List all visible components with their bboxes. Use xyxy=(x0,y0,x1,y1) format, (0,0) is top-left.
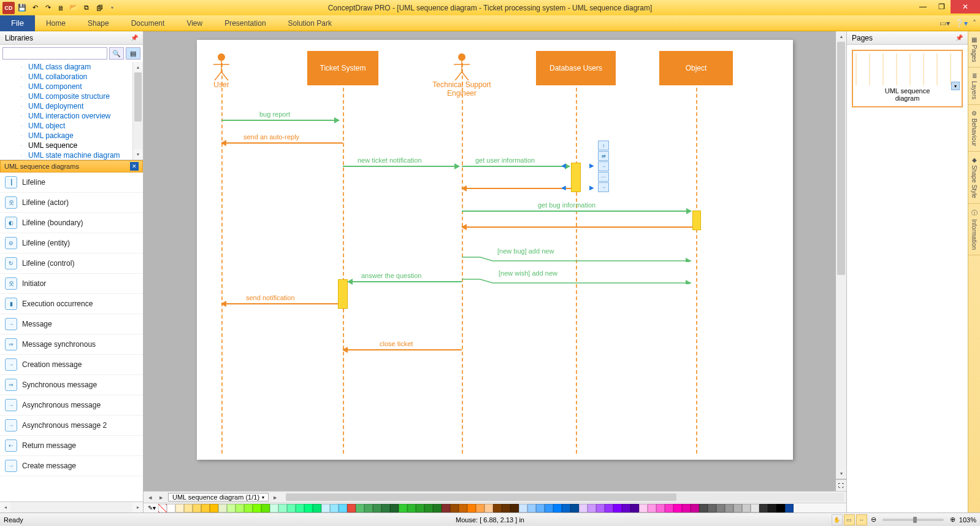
color-swatch[interactable] xyxy=(519,504,527,512)
color-swatch[interactable] xyxy=(751,504,759,512)
color-swatch[interactable] xyxy=(407,504,416,512)
color-swatch[interactable] xyxy=(390,504,399,512)
color-swatch[interactable] xyxy=(553,504,562,512)
sb-tool-2[interactable]: ▭ xyxy=(844,514,855,525)
pages-pin-icon[interactable]: 📌 xyxy=(955,34,963,41)
qat-undo-icon[interactable]: ↶ xyxy=(29,2,40,14)
arrow-close[interactable] xyxy=(343,349,462,350)
sb-tool-1[interactable]: ✋ xyxy=(832,514,843,525)
arrow-send-notif[interactable] xyxy=(221,303,338,304)
ribbon-help-icon[interactable]: ❔▾ xyxy=(955,19,968,28)
color-swatch[interactable] xyxy=(433,504,442,512)
color-swatch[interactable] xyxy=(493,504,502,512)
arrow-auto-reply[interactable] xyxy=(221,142,343,144)
smart-btn-2[interactable]: ⇄ xyxy=(598,151,609,161)
color-swatch[interactable] xyxy=(356,504,364,512)
color-swatch[interactable] xyxy=(742,504,751,512)
color-swatch[interactable] xyxy=(716,504,725,512)
color-swatch[interactable] xyxy=(699,504,708,512)
zoom-slider[interactable] xyxy=(882,519,944,521)
lib-tree-item[interactable]: UML object xyxy=(0,121,143,131)
color-swatch[interactable] xyxy=(545,504,553,512)
ribbon-tab-view[interactable]: View xyxy=(175,17,213,30)
canvas-viewport[interactable]: User Technical Support Engineer Ticket S… xyxy=(144,31,846,491)
color-swatch[interactable] xyxy=(510,504,519,512)
swatch-nofill[interactable] xyxy=(158,504,167,512)
side-tab-information[interactable]: ⓘInformation xyxy=(968,204,980,255)
color-swatch[interactable] xyxy=(725,504,733,512)
color-swatch[interactable] xyxy=(218,504,227,512)
qat-open-icon[interactable]: 📂 xyxy=(68,2,79,14)
color-swatch[interactable] xyxy=(373,504,381,512)
shape-item[interactable]: →Message xyxy=(0,314,143,335)
qat-redo-icon[interactable]: ↷ xyxy=(42,2,53,14)
arrow-get-bug[interactable] xyxy=(462,211,691,212)
color-swatch[interactable] xyxy=(613,504,622,512)
color-swatch[interactable] xyxy=(691,504,699,512)
shape-item[interactable]: →Asynchronous message xyxy=(0,395,143,416)
color-swatch[interactable] xyxy=(733,504,742,512)
color-swatch[interactable] xyxy=(296,504,304,512)
side-tab-layers[interactable]: ≣Layers xyxy=(968,68,980,105)
color-swatch[interactable] xyxy=(227,504,235,512)
color-swatch[interactable] xyxy=(235,504,244,512)
canvas-vscroll[interactable]: ▴▾ xyxy=(836,31,846,479)
selection-smart-buttons[interactable]: ↕ ⇄ → ⋯ → xyxy=(598,141,610,192)
color-swatch[interactable] xyxy=(768,504,776,512)
participant-ticket[interactable]: Ticket System xyxy=(307,51,378,85)
shape-item[interactable]: →Creation message xyxy=(0,355,143,375)
smart-btn-4[interactable]: ⋯ xyxy=(598,172,609,182)
ribbon-tab-solutionpark[interactable]: Solution Park xyxy=(277,17,343,30)
color-swatch[interactable] xyxy=(673,504,682,512)
color-swatch[interactable] xyxy=(175,504,184,512)
lib-tree-item[interactable]: UML interaction overview xyxy=(0,111,143,121)
qat-save-icon[interactable]: 💾 xyxy=(17,2,28,14)
activation-db[interactable] xyxy=(571,163,581,192)
drawing-page[interactable]: User Technical Support Engineer Ticket S… xyxy=(197,40,793,460)
color-swatch[interactable] xyxy=(484,504,493,512)
color-swatch[interactable] xyxy=(759,504,768,512)
libraries-tree[interactable]: UML class diagram UML collaboration UML … xyxy=(0,62,143,160)
stencil-header[interactable]: UML sequence diagrams ✕ xyxy=(0,160,143,172)
fullscreen-button[interactable]: ⛶ xyxy=(836,479,846,491)
color-swatch[interactable] xyxy=(321,504,330,512)
search-options-button[interactable]: ▤ xyxy=(126,47,140,60)
search-button[interactable]: 🔍 xyxy=(109,47,124,60)
color-swatch[interactable] xyxy=(442,504,450,512)
color-swatch[interactable] xyxy=(261,504,270,512)
color-swatch[interactable] xyxy=(467,504,476,512)
actor-user[interactable]: User xyxy=(204,53,239,89)
color-swatch[interactable] xyxy=(330,504,339,512)
msg-close[interactable]: close ticket xyxy=(380,340,413,347)
color-swatch[interactable] xyxy=(536,504,545,512)
color-swatch[interactable] xyxy=(184,504,193,512)
participant-db[interactable]: Database Users xyxy=(536,51,616,85)
side-tab-behaviour[interactable]: ⚙Behaviour xyxy=(968,105,980,152)
tab-nav-next[interactable]: ▸ xyxy=(271,493,280,501)
side-tab-pages[interactable]: ▦Pages xyxy=(968,31,980,68)
arrow-bug-report[interactable] xyxy=(221,120,339,121)
arrow-answer[interactable] xyxy=(348,281,462,282)
msg-answer[interactable]: answer the question xyxy=(361,272,421,279)
arrow-get-user[interactable] xyxy=(462,166,570,167)
lib-tree-item[interactable]: UML component xyxy=(0,82,143,91)
lib-tree-item[interactable]: UML collaboration xyxy=(0,72,143,82)
handle-right[interactable]: ▶ xyxy=(589,162,594,169)
msg-new-ticket[interactable]: new ticket notification xyxy=(358,157,422,164)
side-tab-shapestyle[interactable]: ◆Shape Style xyxy=(968,152,980,204)
msg-get-bug[interactable]: get bug information xyxy=(538,201,595,209)
color-swatch[interactable] xyxy=(304,504,313,512)
tab-nav-first[interactable]: ◂ xyxy=(146,493,155,501)
arrow-new-ticket[interactable] xyxy=(343,166,459,167)
msg-get-user[interactable]: get user information xyxy=(475,157,535,164)
color-swatch[interactable] xyxy=(562,504,570,512)
libraries-hscroll[interactable]: ◂▸ xyxy=(0,501,143,512)
stencil-close-icon[interactable]: ✕ xyxy=(130,162,139,171)
shape-item[interactable]: ⇒Message synchronous xyxy=(0,335,143,355)
color-swatch[interactable] xyxy=(785,504,794,512)
color-swatch[interactable] xyxy=(648,504,656,512)
color-swatch[interactable] xyxy=(450,504,459,512)
handle-left2[interactable]: ◀ xyxy=(561,184,566,191)
zoom-in-icon[interactable]: ⊕ xyxy=(950,516,955,524)
color-swatch[interactable] xyxy=(682,504,691,512)
